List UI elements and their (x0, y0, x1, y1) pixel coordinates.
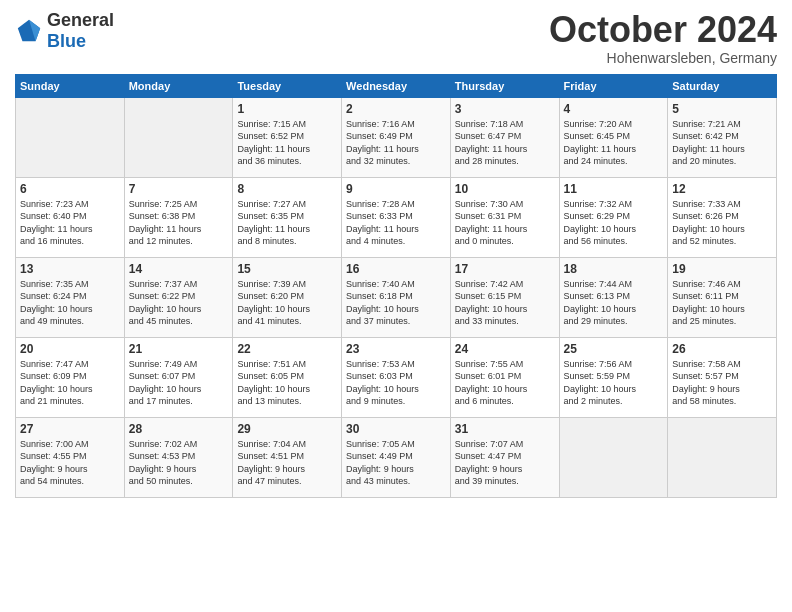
day-info: Sunrise: 7:53 AM Sunset: 6:03 PM Dayligh… (346, 358, 446, 408)
cell-w1-d4: 2Sunrise: 7:16 AM Sunset: 6:49 PM Daylig… (342, 97, 451, 177)
day-number: 16 (346, 262, 446, 276)
day-number: 22 (237, 342, 337, 356)
day-info: Sunrise: 7:21 AM Sunset: 6:42 PM Dayligh… (672, 118, 772, 168)
day-info: Sunrise: 7:32 AM Sunset: 6:29 PM Dayligh… (564, 198, 664, 248)
col-saturday: Saturday (668, 74, 777, 97)
day-number: 28 (129, 422, 229, 436)
cell-w4-d5: 24Sunrise: 7:55 AM Sunset: 6:01 PM Dayli… (450, 337, 559, 417)
day-info: Sunrise: 7:40 AM Sunset: 6:18 PM Dayligh… (346, 278, 446, 328)
day-info: Sunrise: 7:55 AM Sunset: 6:01 PM Dayligh… (455, 358, 555, 408)
col-thursday: Thursday (450, 74, 559, 97)
cell-w5-d7 (668, 417, 777, 497)
header-row: Sunday Monday Tuesday Wednesday Thursday… (16, 74, 777, 97)
day-info: Sunrise: 7:47 AM Sunset: 6:09 PM Dayligh… (20, 358, 120, 408)
day-number: 6 (20, 182, 120, 196)
cell-w1-d7: 5Sunrise: 7:21 AM Sunset: 6:42 PM Daylig… (668, 97, 777, 177)
day-info: Sunrise: 7:18 AM Sunset: 6:47 PM Dayligh… (455, 118, 555, 168)
day-number: 20 (20, 342, 120, 356)
week-row-5: 27Sunrise: 7:00 AM Sunset: 4:55 PM Dayli… (16, 417, 777, 497)
cell-w3-d3: 15Sunrise: 7:39 AM Sunset: 6:20 PM Dayli… (233, 257, 342, 337)
logo-icon (15, 17, 43, 45)
day-number: 17 (455, 262, 555, 276)
day-info: Sunrise: 7:28 AM Sunset: 6:33 PM Dayligh… (346, 198, 446, 248)
col-tuesday: Tuesday (233, 74, 342, 97)
day-info: Sunrise: 7:00 AM Sunset: 4:55 PM Dayligh… (20, 438, 120, 488)
cell-w2-d6: 11Sunrise: 7:32 AM Sunset: 6:29 PM Dayli… (559, 177, 668, 257)
week-row-3: 13Sunrise: 7:35 AM Sunset: 6:24 PM Dayli… (16, 257, 777, 337)
calendar-table: Sunday Monday Tuesday Wednesday Thursday… (15, 74, 777, 498)
cell-w5-d3: 29Sunrise: 7:04 AM Sunset: 4:51 PM Dayli… (233, 417, 342, 497)
cell-w4-d4: 23Sunrise: 7:53 AM Sunset: 6:03 PM Dayli… (342, 337, 451, 417)
day-number: 31 (455, 422, 555, 436)
day-info: Sunrise: 7:05 AM Sunset: 4:49 PM Dayligh… (346, 438, 446, 488)
day-number: 24 (455, 342, 555, 356)
day-number: 2 (346, 102, 446, 116)
day-number: 12 (672, 182, 772, 196)
cell-w4-d1: 20Sunrise: 7:47 AM Sunset: 6:09 PM Dayli… (16, 337, 125, 417)
title-block: October 2024 Hohenwarsleben, Germany (549, 10, 777, 66)
day-info: Sunrise: 7:04 AM Sunset: 4:51 PM Dayligh… (237, 438, 337, 488)
cell-w1-d3: 1Sunrise: 7:15 AM Sunset: 6:52 PM Daylig… (233, 97, 342, 177)
day-number: 15 (237, 262, 337, 276)
day-number: 13 (20, 262, 120, 276)
cell-w4-d7: 26Sunrise: 7:58 AM Sunset: 5:57 PM Dayli… (668, 337, 777, 417)
day-number: 3 (455, 102, 555, 116)
day-info: Sunrise: 7:37 AM Sunset: 6:22 PM Dayligh… (129, 278, 229, 328)
col-friday: Friday (559, 74, 668, 97)
cell-w4-d2: 21Sunrise: 7:49 AM Sunset: 6:07 PM Dayli… (124, 337, 233, 417)
cell-w3-d1: 13Sunrise: 7:35 AM Sunset: 6:24 PM Dayli… (16, 257, 125, 337)
col-wednesday: Wednesday (342, 74, 451, 97)
day-number: 18 (564, 262, 664, 276)
logo: General Blue (15, 10, 114, 52)
day-number: 7 (129, 182, 229, 196)
day-info: Sunrise: 7:46 AM Sunset: 6:11 PM Dayligh… (672, 278, 772, 328)
day-number: 25 (564, 342, 664, 356)
cell-w2-d3: 8Sunrise: 7:27 AM Sunset: 6:35 PM Daylig… (233, 177, 342, 257)
col-monday: Monday (124, 74, 233, 97)
day-number: 9 (346, 182, 446, 196)
day-info: Sunrise: 7:20 AM Sunset: 6:45 PM Dayligh… (564, 118, 664, 168)
cell-w2-d4: 9Sunrise: 7:28 AM Sunset: 6:33 PM Daylig… (342, 177, 451, 257)
cell-w1-d6: 4Sunrise: 7:20 AM Sunset: 6:45 PM Daylig… (559, 97, 668, 177)
day-number: 26 (672, 342, 772, 356)
day-number: 19 (672, 262, 772, 276)
day-info: Sunrise: 7:51 AM Sunset: 6:05 PM Dayligh… (237, 358, 337, 408)
day-number: 4 (564, 102, 664, 116)
day-info: Sunrise: 7:25 AM Sunset: 6:38 PM Dayligh… (129, 198, 229, 248)
cell-w2-d1: 6Sunrise: 7:23 AM Sunset: 6:40 PM Daylig… (16, 177, 125, 257)
day-number: 10 (455, 182, 555, 196)
cell-w2-d7: 12Sunrise: 7:33 AM Sunset: 6:26 PM Dayli… (668, 177, 777, 257)
day-number: 11 (564, 182, 664, 196)
day-info: Sunrise: 7:58 AM Sunset: 5:57 PM Dayligh… (672, 358, 772, 408)
cell-w5-d2: 28Sunrise: 7:02 AM Sunset: 4:53 PM Dayli… (124, 417, 233, 497)
day-info: Sunrise: 7:33 AM Sunset: 6:26 PM Dayligh… (672, 198, 772, 248)
day-info: Sunrise: 7:49 AM Sunset: 6:07 PM Dayligh… (129, 358, 229, 408)
cell-w1-d1 (16, 97, 125, 177)
week-row-4: 20Sunrise: 7:47 AM Sunset: 6:09 PM Dayli… (16, 337, 777, 417)
day-info: Sunrise: 7:39 AM Sunset: 6:20 PM Dayligh… (237, 278, 337, 328)
day-info: Sunrise: 7:42 AM Sunset: 6:15 PM Dayligh… (455, 278, 555, 328)
cell-w5-d6 (559, 417, 668, 497)
cell-w3-d6: 18Sunrise: 7:44 AM Sunset: 6:13 PM Dayli… (559, 257, 668, 337)
cell-w3-d2: 14Sunrise: 7:37 AM Sunset: 6:22 PM Dayli… (124, 257, 233, 337)
cell-w3-d7: 19Sunrise: 7:46 AM Sunset: 6:11 PM Dayli… (668, 257, 777, 337)
cell-w1-d2 (124, 97, 233, 177)
day-info: Sunrise: 7:27 AM Sunset: 6:35 PM Dayligh… (237, 198, 337, 248)
day-info: Sunrise: 7:35 AM Sunset: 6:24 PM Dayligh… (20, 278, 120, 328)
cell-w4-d3: 22Sunrise: 7:51 AM Sunset: 6:05 PM Dayli… (233, 337, 342, 417)
day-number: 1 (237, 102, 337, 116)
day-number: 8 (237, 182, 337, 196)
day-number: 23 (346, 342, 446, 356)
location: Hohenwarsleben, Germany (549, 50, 777, 66)
cell-w5-d1: 27Sunrise: 7:00 AM Sunset: 4:55 PM Dayli… (16, 417, 125, 497)
day-info: Sunrise: 7:07 AM Sunset: 4:47 PM Dayligh… (455, 438, 555, 488)
day-number: 14 (129, 262, 229, 276)
week-row-1: 1Sunrise: 7:15 AM Sunset: 6:52 PM Daylig… (16, 97, 777, 177)
day-info: Sunrise: 7:15 AM Sunset: 6:52 PM Dayligh… (237, 118, 337, 168)
day-number: 21 (129, 342, 229, 356)
month-title: October 2024 (549, 10, 777, 50)
day-info: Sunrise: 7:23 AM Sunset: 6:40 PM Dayligh… (20, 198, 120, 248)
day-number: 29 (237, 422, 337, 436)
cell-w3-d4: 16Sunrise: 7:40 AM Sunset: 6:18 PM Dayli… (342, 257, 451, 337)
day-number: 30 (346, 422, 446, 436)
